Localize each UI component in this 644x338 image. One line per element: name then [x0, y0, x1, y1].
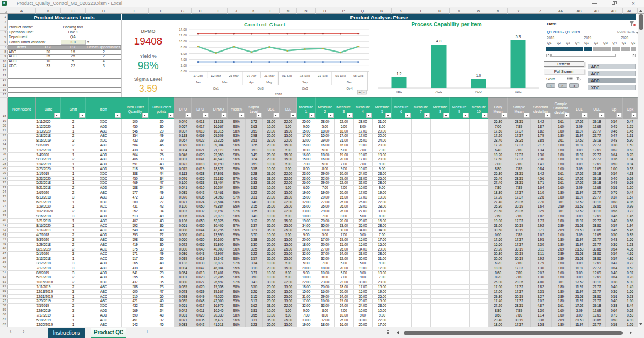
svg-text:21-May: 21-May: [264, 74, 274, 77]
svg-text:16-Sep: 16-Sep: [300, 74, 310, 77]
svg-text:Process Capability per Item: Process Capability per Item: [411, 21, 481, 27]
svg-text:ADD: ADD: [475, 90, 481, 93]
svg-text:1.2: 1.2: [397, 72, 402, 76]
svg-text:4.00: 4.00: [181, 58, 187, 61]
svg-text:Mar: Mar: [222, 80, 228, 84]
svg-text:May: May: [266, 80, 272, 84]
svg-text:5.3: 5.3: [516, 35, 521, 39]
svg-text:Qtr2: Qtr2: [258, 87, 264, 90]
svg-text:0.00: 0.00: [181, 70, 187, 73]
svg-text:6.00: 6.00: [181, 52, 187, 55]
svg-text:8.00: 8.00: [181, 46, 187, 49]
svg-text:Control Chart: Control Chart: [244, 21, 286, 27]
svg-text:ACC: ACC: [435, 90, 442, 93]
svg-text:2.00: 2.00: [181, 64, 187, 67]
svg-text:07-Apr: 07-Apr: [247, 74, 256, 77]
svg-text:2018: 2018: [275, 93, 282, 96]
svg-text:Jan: Jan: [195, 80, 200, 84]
svg-text:08-Dec: 08-Dec: [353, 74, 363, 77]
svg-text:Qtr3: Qtr3: [302, 87, 308, 90]
svg-text:25-Mar: 25-Mar: [229, 74, 238, 77]
svg-text:+: +: [358, 91, 361, 94]
svg-text:ABC: ABC: [396, 90, 402, 93]
svg-text:12.00: 12.00: [179, 34, 187, 37]
svg-text:21-Sep: 21-Sep: [318, 74, 328, 77]
svg-text:Qtr1: Qtr1: [213, 87, 219, 90]
svg-text:02-Dec: 02-Dec: [335, 74, 346, 77]
svg-text:Dec: Dec: [347, 80, 352, 84]
svg-text:XDC: XDC: [515, 90, 521, 93]
svg-text:4.8: 4.8: [436, 39, 442, 43]
svg-text:1.0: 1.0: [476, 74, 481, 77]
svg-text:12-Mar: 12-Mar: [211, 74, 221, 77]
svg-text:14.00: 14.00: [179, 28, 187, 31]
svg-text:17-Jan: 17-Jan: [193, 74, 203, 77]
svg-text:10.00: 10.00: [179, 40, 187, 43]
svg-text:01-Sep: 01-Sep: [282, 74, 292, 77]
svg-text:Apr: Apr: [249, 80, 254, 84]
svg-text:Qtr4: Qtr4: [346, 87, 353, 90]
svg-text:Sep: Sep: [302, 80, 308, 84]
